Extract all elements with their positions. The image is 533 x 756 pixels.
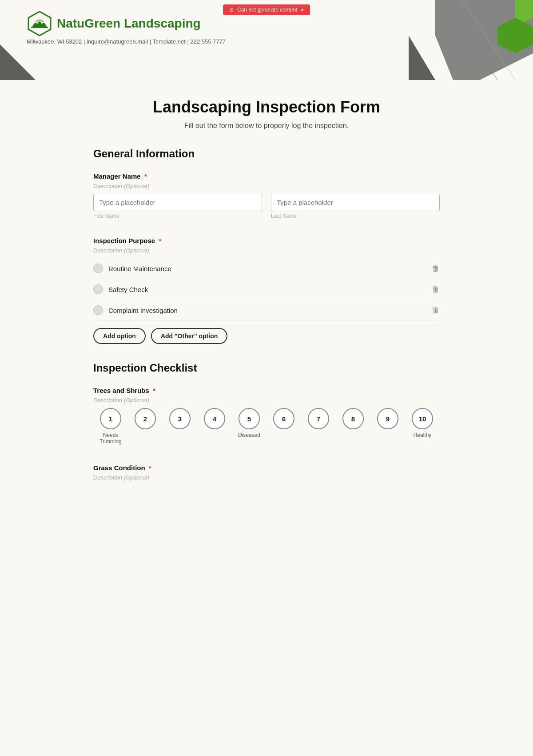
required-star: * (144, 172, 147, 180)
rating-item-4: 4 (197, 408, 232, 446)
form-subtitle: Fill out the form below to properly log … (93, 122, 440, 130)
header-left: NatuGreen Landscaping Milwaukee, WI 5320… (27, 11, 506, 45)
section-general-title: General Information (93, 148, 440, 160)
radio-label-complaint: Complaint Investigation (108, 307, 178, 314)
trees-shrubs-label: Trees and Shrubs * (93, 387, 440, 394)
radio-label-safety: Safety Check (108, 286, 148, 293)
rating-item-1: 1 NeedsTrimming (93, 408, 128, 446)
add-option-button[interactable]: Add option (93, 328, 146, 344)
radio-option-routine[interactable]: Routine Maintenance 🗑 (93, 258, 440, 279)
field-manager-name: Manager Name * Description (Optional) Fi… (93, 172, 440, 219)
grass-condition-label: Grass Condition * (93, 464, 440, 472)
radio-option-complaint[interactable]: Complaint Investigation 🗑 (93, 300, 440, 321)
required-star-4: * (149, 464, 151, 472)
section-checklist-title: Inspection Checklist (93, 362, 440, 374)
rating-circle-6[interactable]: 6 (273, 408, 294, 429)
section-general: General Information Manager Name * Descr… (93, 148, 440, 344)
radio-circle-safety[interactable] (93, 284, 103, 294)
name-row: First Name Last Name (93, 194, 440, 219)
rating-circle-8[interactable]: 8 (342, 408, 364, 429)
brand-contact: Milwaukee, WI 53202 | inquire@natugreen.… (27, 38, 506, 45)
rating-row-trees: 1 NeedsTrimming 2 3 4 5 Diseased (93, 408, 440, 446)
rating-circle-10[interactable]: 10 (412, 408, 433, 429)
error-icon: ⊘ (229, 7, 234, 13)
last-name-label: Last Name (271, 213, 440, 219)
section-checklist: Inspection Checklist Trees and Shrubs * … (93, 362, 440, 481)
radio-option-safety[interactable]: Safety Check 🗑 (93, 279, 440, 300)
rating-label-5: Diseased (238, 432, 260, 446)
trash-icon-complaint[interactable]: 🗑 (432, 306, 440, 315)
rating-circle-5[interactable]: 5 (239, 408, 260, 429)
trees-shrubs-desc: Description (Optional) (93, 397, 440, 404)
rating-circle-9[interactable]: 9 (377, 408, 398, 429)
field-inspection-purpose: Inspection Purpose * Description (Option… (93, 237, 440, 344)
brand-name: NatuGreen Landscaping (57, 16, 201, 31)
close-icon[interactable]: × (301, 7, 304, 12)
svg-marker-3 (515, 0, 533, 22)
manager-name-desc: Description (Optional) (93, 183, 440, 189)
error-text: Can not generate content (237, 7, 297, 13)
rating-item-5: 5 Diseased (232, 408, 266, 446)
required-star-2: * (159, 237, 161, 244)
first-name-wrap: First Name (93, 194, 262, 219)
rating-circle-2[interactable]: 2 (135, 408, 156, 429)
error-banner: ⊘ Can not generate content × (223, 4, 310, 15)
form-title: Landscaping Inspection Form (93, 98, 440, 116)
trash-icon-routine[interactable]: 🗑 (432, 264, 440, 273)
grass-condition-desc: Description (Optional) (93, 474, 440, 481)
radio-circle-routine[interactable] (93, 264, 103, 273)
radio-label-routine: Routine Maintenance (108, 265, 171, 272)
inspection-purpose-desc: Description (Optional) (93, 247, 440, 254)
field-grass-condition: Grass Condition * Description (Optional) (93, 464, 440, 481)
rating-label-1: NeedsTrimming (99, 432, 122, 446)
inspection-purpose-label: Inspection Purpose * (93, 237, 440, 244)
manager-name-label: Manager Name * (93, 172, 440, 180)
required-star-3: * (153, 387, 155, 394)
rating-item-3: 3 (163, 408, 197, 446)
main-content: Landscaping Inspection Form Fill out the… (76, 80, 457, 525)
last-name-input[interactable] (271, 194, 440, 211)
trash-icon-safety[interactable]: 🗑 (432, 285, 440, 294)
field-trees-shrubs: Trees and Shrubs * Description (Optional… (93, 387, 440, 446)
first-name-input[interactable] (93, 194, 262, 211)
radio-circle-complaint[interactable] (93, 305, 103, 315)
rating-item-6: 6 (266, 408, 301, 446)
first-name-label: First Name (93, 213, 262, 219)
rating-circle-4[interactable]: 4 (204, 408, 225, 429)
rating-circle-7[interactable]: 7 (308, 408, 329, 429)
add-other-option-button[interactable]: Add "Other" option (151, 328, 227, 344)
add-option-row: Add option Add "Other" option (93, 328, 440, 344)
rating-circle-3[interactable]: 3 (169, 408, 191, 429)
rating-item-7: 7 (301, 408, 336, 446)
svg-marker-6 (0, 44, 36, 80)
logo-icon (27, 11, 52, 36)
rating-circle-1[interactable]: 1 (100, 408, 121, 429)
rating-item-9: 9 (370, 408, 405, 446)
rating-item-8: 8 (336, 408, 370, 446)
rating-label-10: Healthy (414, 432, 432, 446)
rating-item-10: 10 Healthy (405, 408, 440, 446)
last-name-wrap: Last Name (271, 194, 440, 219)
rating-item-2: 2 (128, 408, 163, 446)
